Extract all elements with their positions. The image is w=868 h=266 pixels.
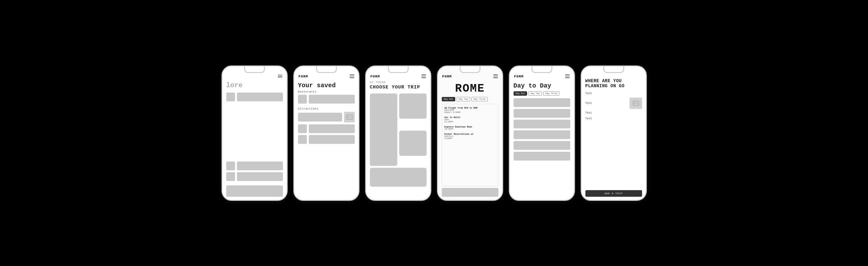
screen2-a-image [344,112,355,123]
screen4-city: ROME [442,82,498,95]
screen2-section-restaurants: Resturants [298,90,355,94]
screen6-row1: Text [585,92,642,95]
screen1-hamburger[interactable] [278,75,282,78]
screen5-tab-day1[interactable]: Day One [514,91,527,96]
screen5-bars [514,98,570,197]
screen2-r-thumb [298,95,307,104]
screen4-item4-sub: Address:9:00PM [444,135,496,140]
screen6-title: WHERE ARE YOU PLANNING ON GO [585,78,642,89]
screen2-brand: FORM [299,75,308,78]
screen3-header: FORM [370,75,427,78]
screen2-a-bar2 [309,124,355,133]
screen1-bottom-bar [226,186,283,197]
screen5-hamburger[interactable] [565,75,570,78]
screen2-a-row2 [298,124,355,133]
screen1-bar2 [237,162,283,170]
screen3-title: CHOOSE YOUR TRIP [370,85,427,90]
screen2-a-bar3 [309,135,355,144]
screen3-brand: FORM [371,75,380,78]
screen4-item2: Car to Hotel Uber11:00PM [444,116,496,123]
screen1-thumb2 [226,162,235,170]
screen3-hamburger[interactable] [422,75,426,78]
screen5-title: Day to Day [514,82,570,90]
screen5-bar4 [514,130,570,139]
screen4-item2-sub: Uber11:00PM [444,119,496,123]
screen5-tabs: Day One Day Two Day Three [514,91,570,96]
screen2-section-attractions-wrap: Attractions [298,107,355,146]
screen3-cell-bottom [370,168,427,187]
screen4-item2-title: Car to Hotel [444,116,496,119]
screen4-hamburger[interactable] [493,75,498,78]
phone-screen-6: WHERE ARE YOU PLANNING ON GO Text Text T… [581,65,647,201]
screen1-thumb3 [226,172,235,181]
screen4-item1: AA Flight from DFW to ROM AA123565Depart… [444,107,496,114]
screen3-cell-top-right [399,94,427,119]
screen2-a-thumb3 [298,135,307,144]
screen3-arrow-icon: › [430,131,431,136]
screen6-row3: Text [585,111,642,114]
screen4-tab-day2[interactable]: Day Two [457,97,470,101]
screen6-add-trip-button[interactable]: ADD A TRIP [585,190,642,197]
screen4-header: FORM [442,75,498,78]
screen1-bar3 [237,172,283,181]
screen5-bar2 [514,109,570,118]
screen5-bar6 [514,152,570,161]
screen2-title: Your saved [298,82,355,89]
screens-container: lore FORM You [221,65,647,201]
screen4-bottom-bar [442,188,498,197]
screen2-a-row3 [298,135,355,144]
screen5-tab-day3[interactable]: Day Three [543,91,560,96]
screen4-item3-sub: 10:30PM [444,128,496,130]
screen1-thumb1 [226,93,235,101]
screen1-bar1 [237,93,283,101]
screen6-label2: Text [585,102,627,105]
screen5-bar3 [514,120,570,128]
phone-screen-5: FORM Day to Day Day One Day Two Day Thre… [509,65,575,201]
screen4-brand: FORM [442,75,452,78]
screen2-r-bar [309,95,355,104]
screen3-grid [370,94,427,197]
screen4-item1-title: AA Flight from DFW to ROM [444,107,496,109]
screen4-tabs: Day One Day Two Day Three [442,97,498,101]
screen2-a-thumb2 [298,124,307,133]
screen2-section-attractions: Attractions [298,107,355,110]
screen3-hi: HI THERE [370,81,427,84]
screen4-item3: Explore Downtown Rome 10:30PM [444,126,496,130]
screen4-item3-title: Explore Downtown Rome [444,126,496,128]
screen3-cell-bottom-right [399,131,427,156]
screen6-label3: Text [585,111,642,114]
screen6-label1: Text [585,92,642,95]
screen2-a-bar1 [298,113,342,122]
screen5-bar5 [514,141,570,150]
screen2-hamburger[interactable] [350,75,354,78]
phone-screen-3: FORM HI THERE CHOOSE YOUR TRIP › [365,65,431,201]
screen1-title: lore [226,81,283,90]
screen4-tab-day3[interactable]: Day Three [471,97,488,101]
screen3-cell-tall-left [370,94,397,166]
screen5-brand: FORM [514,75,524,78]
screen2-header: FORM [298,75,355,78]
screen2-restaurant-row [298,95,355,104]
phone-screen-1: lore [221,65,288,201]
screen1-row1 [226,93,283,101]
phone-screen-4: FORM ROME Day One Day Two Day Three AA F… [437,65,503,201]
screen4-tab-day1[interactable]: Day One [442,97,455,101]
screen4-item4: Dinner Reservations at Address:9:00PM [444,133,496,140]
screen1-row2 [226,162,283,170]
screen4-content-box: AA Flight from DFW to ROM AA123565Depart… [442,104,498,186]
screen4-item4-title: Dinner Reservations at [444,133,496,135]
screen1-header [226,75,283,78]
screen4-item1-sub: AA123565Depart 8:00AM [444,109,496,114]
screen1-row3 [226,172,283,181]
screen6-row2: Text [585,98,642,109]
phone-screen-2: FORM Your saved Resturants Attractions [293,65,360,201]
screen6-image-placeholder [629,98,642,109]
screen6-row4: Text [585,117,642,120]
screen2-a-row1 [298,112,355,123]
screen5-tab-day2[interactable]: Day Two [528,91,542,96]
screen5-bar1 [514,98,570,107]
screen6-label4: Text [585,117,642,120]
screen5-header: FORM [514,75,570,78]
